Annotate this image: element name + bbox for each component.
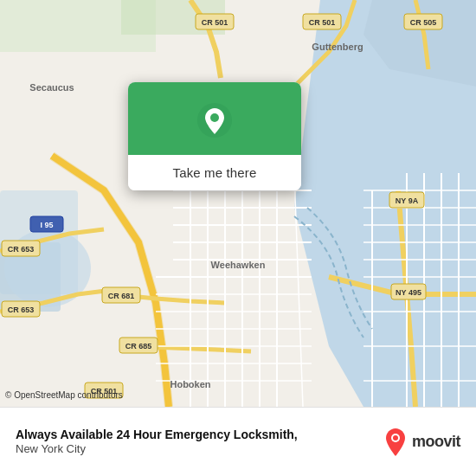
map-attribution: © OpenStreetMap contributors (5, 390, 123, 400)
popup-card: Take me there (128, 82, 301, 190)
svg-text:Guttenberg: Guttenberg (312, 42, 363, 52)
svg-text:Hoboken: Hoboken (170, 379, 210, 389)
svg-text:CR 653: CR 653 (8, 245, 35, 254)
svg-point-70 (210, 113, 219, 122)
location-pin-icon (196, 101, 234, 139)
map-container: CR 501 CR 501 CR 505 I 95 NJ CR 501 CR 6… (0, 0, 476, 407)
svg-text:CR 653: CR 653 (8, 306, 35, 314)
svg-text:CR 681: CR 681 (108, 292, 135, 300)
moovit-logo: moovit (383, 427, 460, 458)
svg-text:CR 501: CR 501 (309, 18, 336, 27)
svg-text:Weehawken: Weehawken (211, 260, 266, 270)
popup-header (128, 82, 301, 155)
business-info: Always Available 24 Hour Emergency Locks… (16, 427, 383, 457)
svg-text:I 95: I 95 (40, 221, 53, 229)
bottom-bar: Always Available 24 Hour Emergency Locks… (0, 407, 476, 476)
svg-text:NY 495: NY 495 (396, 288, 421, 297)
svg-text:NY 9A: NY 9A (396, 196, 419, 205)
svg-text:CR 505: CR 505 (410, 18, 437, 27)
svg-text:CR 501: CR 501 (202, 18, 228, 27)
moovit-text: moovit (412, 433, 460, 451)
business-name: Always Available 24 Hour Emergency Locks… (16, 427, 383, 442)
business-city: New York City (16, 442, 383, 457)
moovit-logo-icon (383, 427, 408, 458)
svg-text:CR 685: CR 685 (125, 342, 152, 351)
svg-text:Secaucus: Secaucus (29, 82, 74, 93)
take-me-there-button[interactable]: Take me there (128, 155, 301, 190)
svg-point-72 (393, 435, 398, 441)
